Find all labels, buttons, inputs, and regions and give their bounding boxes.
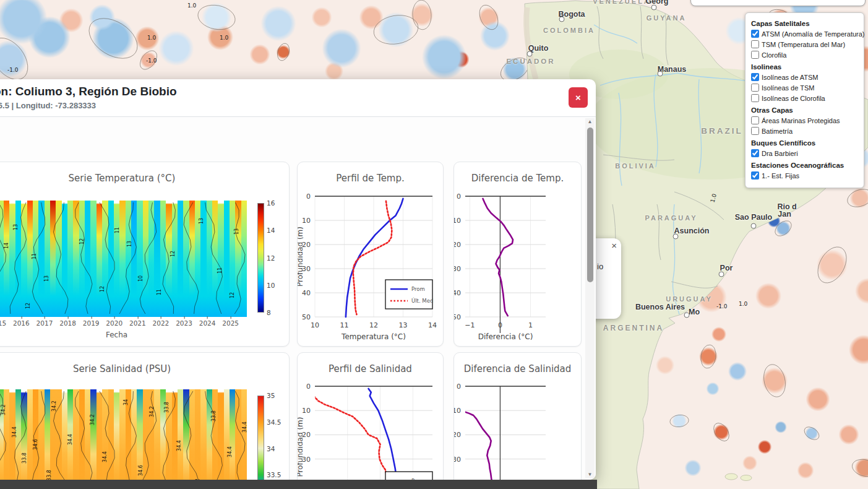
scroll-up-icon[interactable]: ▲ — [585, 118, 595, 126]
contour-value-label: 10 — [138, 275, 144, 282]
contour-value-label: 34.4 — [67, 434, 73, 445]
contour-value-label: 13 — [13, 224, 19, 230]
chart-card-serie-salinidad: Serie Salinidad (PSU) 3534.53433.5332015… — [0, 352, 290, 480]
contour-value-label: 11 — [114, 227, 120, 233]
layer-toggle[interactable]: Clorofila — [751, 51, 858, 59]
layer-label: ATSM (Anomalía de Temperatura) — [762, 30, 865, 38]
layer-checkbox[interactable] — [751, 30, 759, 38]
colorbar-tick: 10 — [267, 282, 275, 289]
contour-value-label: 34.4 — [227, 446, 233, 457]
layer-toggle[interactable]: 1.- Est. Fijas — [751, 171, 858, 180]
contour-value-label: 34.2 — [90, 414, 95, 425]
layer-toggle[interactable]: Isolíneas de TSM — [751, 84, 858, 92]
layer-toggle[interactable]: Áreas Marinas Protegidas — [751, 116, 858, 124]
svg-text:12: 12 — [369, 321, 378, 329]
svg-text:Prom: Prom — [411, 286, 425, 292]
layer-toggle[interactable]: Dra Barbieri — [751, 149, 858, 157]
modal-scrollbar[interactable]: ▲ ▼ — [585, 118, 595, 478]
falkland-islands — [725, 474, 752, 481]
contour-value-label: 34.2 — [51, 400, 57, 412]
x-axis-tick: 2024 — [199, 319, 216, 327]
modal-title: Estación: Coliumo 3, Región De Biobio — [0, 85, 581, 98]
svg-text:Profundidad (m): Profundidad (m) — [298, 417, 304, 477]
layer-toggle[interactable]: Isolíneas de Clorofila — [751, 94, 858, 102]
layer-label: 1.- Est. Fijas — [762, 172, 799, 180]
layer-checkbox[interactable] — [751, 94, 759, 102]
layer-label: Clorofila — [762, 51, 786, 59]
svg-text:20: 20 — [454, 431, 461, 439]
svg-text:30: 30 — [454, 456, 461, 464]
layer-checkbox[interactable] — [751, 171, 759, 180]
layer-label: Batimetría — [762, 128, 793, 135]
contour-value-label: 11 — [32, 253, 37, 259]
contour-value-label: 12 — [230, 292, 235, 298]
svg-text:10: 10 — [454, 217, 461, 225]
svg-text:30: 30 — [302, 456, 311, 464]
top-search-box[interactable] — [690, 0, 866, 6]
station-modal: Estación: Coliumo 3, Región De Biobio La… — [0, 79, 596, 480]
colorbar — [257, 203, 264, 313]
contour-value-label: 12 — [25, 303, 31, 309]
layer-section-title: Buques Científicos — [751, 139, 858, 147]
contour-value-label: 34.4 — [176, 440, 182, 451]
layer-label: Isolíneas de ATSM — [762, 74, 819, 81]
contour-value-label: 33.8 — [46, 470, 52, 480]
chart-title: Diferencia de Temp. — [454, 173, 581, 184]
popup-close-icon[interactable]: × — [611, 241, 617, 250]
contour-value-label: 12 — [170, 251, 176, 257]
contour-value-label: 14 — [4, 243, 9, 249]
chart-card-perfil-salinidad: Perfil de Salinidad 01020304050PromÚlt. … — [297, 352, 444, 480]
layers-panel: Capas SatelitalesATSM (Anomalía de Tempe… — [745, 12, 864, 188]
scrollbar-thumb[interactable] — [587, 128, 593, 282]
contour-value-label: 34.6 — [138, 465, 144, 476]
contour-value-label: 13 — [234, 228, 239, 235]
svg-text:14: 14 — [428, 321, 437, 329]
popup-partial-text: io — [597, 262, 603, 271]
modal-coordinates: Latitud: -36.5 | Longitud: -73.283333 — [0, 101, 581, 110]
svg-text:0: 0 — [457, 383, 461, 391]
svg-text:20: 20 — [302, 431, 311, 439]
layer-checkbox[interactable] — [751, 127, 759, 135]
svg-text:30: 30 — [454, 265, 461, 273]
layer-toggle[interactable]: Isolíneas de ATSM — [751, 73, 858, 81]
modal-close-button[interactable]: × — [569, 87, 588, 108]
layer-checkbox[interactable] — [751, 84, 759, 92]
x-axis-tick: 2021 — [129, 319, 146, 327]
svg-text:−1: −1 — [465, 321, 475, 329]
layer-checkbox[interactable] — [751, 149, 759, 157]
chart-card-diferencia-temp: Diferencia de Temp. 01020304050−101Difer… — [453, 162, 582, 347]
chart-card-serie-temperatura: Serie Temperatura (°C) 16141210820152016… — [0, 162, 290, 347]
layer-section-title: Estaciones Oceanográficas — [751, 162, 858, 169]
colorbar-tick: 12 — [267, 254, 275, 262]
svg-text:1: 1 — [528, 321, 533, 329]
svg-text:40: 40 — [302, 289, 311, 297]
layer-checkbox[interactable] — [751, 51, 759, 59]
svg-text:Profundidad (m): Profundidad (m) — [298, 227, 304, 287]
contour-value-label: 34.2 — [149, 406, 155, 417]
svg-text:13: 13 — [399, 321, 408, 329]
svg-text:Profundidad (m): Profundidad (m) — [454, 227, 455, 287]
svg-text:50: 50 — [302, 313, 311, 321]
chart-title: Diferencia de Salinidad — [454, 363, 581, 374]
layer-section-title: Capas Satelitales — [751, 20, 858, 27]
temperature-heatmap — [0, 201, 247, 317]
scroll-down-icon[interactable]: ▼ — [585, 471, 595, 478]
layer-checkbox[interactable] — [751, 116, 759, 124]
modal-header: Estación: Coliumo 3, Región De Biobio La… — [0, 79, 596, 117]
layer-label: Isolíneas de TSM — [762, 84, 814, 92]
svg-text:30: 30 — [302, 265, 311, 273]
layer-toggle[interactable]: TSM (Temperatura del Mar) — [751, 40, 858, 48]
contour-value-label: 13 — [199, 218, 204, 224]
layer-toggle[interactable]: ATSM (Anomalía de Temperatura) — [751, 30, 858, 38]
chart-title: Serie Temperatura (°C) — [0, 173, 289, 184]
contour-value-label: 33.8 — [211, 410, 217, 422]
layer-label: TSM (Temperatura del Mar) — [762, 41, 845, 48]
layer-checkbox[interactable] — [751, 40, 759, 48]
chart-title: Serie Salinidad (PSU) — [0, 363, 289, 374]
layer-checkbox[interactable] — [751, 73, 759, 81]
layer-toggle[interactable]: Batimetría — [751, 127, 858, 135]
x-axis-tick: 2017 — [37, 319, 53, 327]
contour-value-label: 12 — [100, 286, 105, 292]
temperature-difference-plot: 01020304050−101Diferencia (°C)Profundida… — [454, 162, 581, 346]
colorbar-tick: 16 — [267, 199, 275, 207]
